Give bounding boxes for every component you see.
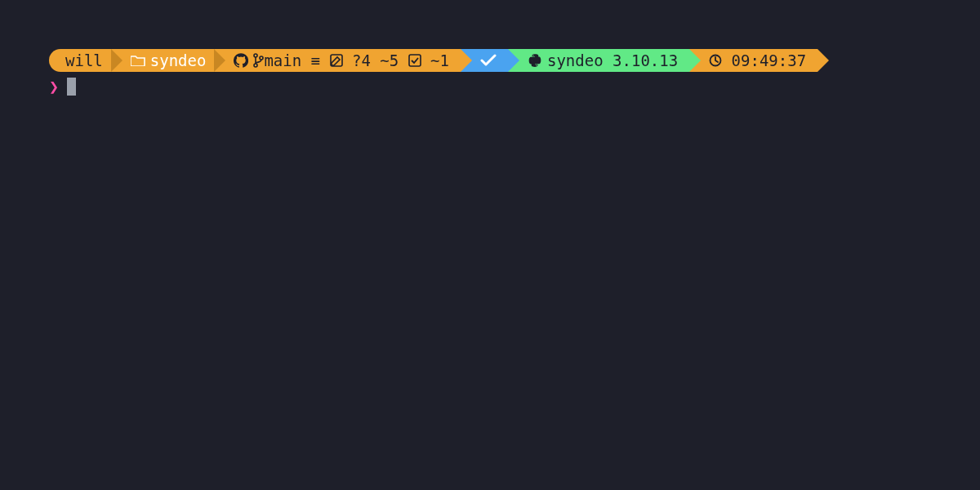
time-segment: 09:49:37: [701, 49, 817, 72]
command-line[interactable]: ❯: [49, 75, 980, 98]
svg-point-2: [260, 56, 263, 60]
git-branch: main: [264, 49, 301, 72]
separator-icon: [689, 49, 701, 72]
clock-icon: [709, 54, 722, 67]
segment-cap: [49, 49, 60, 72]
check-icon: [480, 54, 497, 67]
git-segment: main ≡ ?4 ~5 ~1: [225, 49, 461, 72]
svg-point-1: [254, 64, 257, 67]
cwd-segment: syndeo: [122, 49, 215, 72]
powerline-prompt: will syndeo main ≡: [49, 49, 980, 72]
git-untracked: ?4: [352, 49, 371, 72]
prompt-symbol: ❯: [49, 77, 59, 96]
python-icon: [528, 53, 542, 68]
svg-point-0: [254, 54, 257, 57]
time-value: 09:49:37: [732, 49, 807, 72]
python-env: syndeo: [547, 49, 604, 72]
python-segment: syndeo 3.10.13: [519, 49, 689, 72]
separator-icon: [817, 49, 829, 72]
terminal[interactable]: will syndeo main ≡: [0, 0, 980, 98]
git-behind: ~5: [380, 49, 399, 72]
separator-icon: [461, 49, 472, 72]
status-segment: [472, 49, 508, 72]
cursor: [67, 78, 76, 96]
svg-rect-3: [331, 55, 342, 66]
folder-icon: [131, 55, 145, 66]
separator-icon: [214, 49, 225, 72]
edit-icon: [330, 54, 343, 67]
branch-icon: [253, 53, 264, 68]
user-segment: will: [60, 49, 111, 72]
python-version: 3.10.13: [612, 49, 678, 72]
github-icon: [234, 53, 248, 68]
separator-icon: [508, 49, 519, 72]
cwd-name: syndeo: [150, 49, 207, 72]
staged-check-icon: [408, 54, 421, 67]
separator-icon: [111, 49, 122, 72]
user-name: will: [65, 49, 103, 72]
svg-rect-4: [409, 55, 421, 66]
git-staged: ~1: [430, 49, 449, 72]
